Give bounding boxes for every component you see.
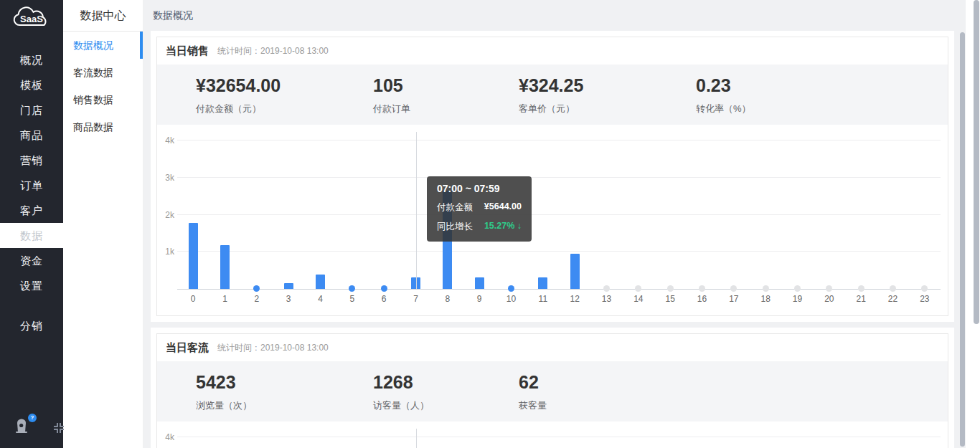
data-dot-hour-22[interactable] [890,285,896,292]
x-axis-label: 5 [341,294,363,304]
collapse-icon[interactable] [52,421,66,435]
x-axis-label: 16 [692,294,713,304]
x-axis-label: 9 [468,294,490,304]
sidebar-item-门店[interactable]: 门店 [0,97,63,123]
sidebar-item-商品[interactable]: 商品 [0,123,63,148]
gridline-4k: 4k [177,140,941,140]
bar-hour-4[interactable] [316,275,325,289]
x-axis-label: 20 [819,294,840,304]
x-axis-label: 13 [596,294,618,304]
secondary-item-客流数据[interactable]: 客流数据 [63,59,143,86]
chart-plot: 1k2k3k4k01234567891011121314151617181920… [177,140,941,290]
stat-value: 105 [373,75,519,96]
secondary-nav-title: 数据中心 [63,0,143,32]
chart-当日销售[interactable]: 1k2k3k4k01234567891011121314151617181920… [157,125,948,315]
data-dot-hour-18[interactable] [763,285,769,292]
sidebar-item-数据[interactable]: 数据 [0,223,63,248]
stat-label: 付款金额（元） [196,103,373,115]
x-axis-label: 12 [564,294,585,304]
card-title: 当日客流 [166,341,209,355]
data-dot-hour-10[interactable] [508,285,514,292]
sidebar-item-客户[interactable]: 客户 [0,198,63,223]
notification-bot-icon[interactable]: ? [13,418,32,437]
help-badge: ? [28,414,37,422]
stat-col-2: 105付款订单 [373,75,519,115]
tooltip-label: 同比增长 [437,221,473,233]
x-axis-label: 6 [373,294,395,304]
stat-col-1: 5423浏览量（次） [196,372,373,412]
sidebar-item-概况[interactable]: 概况 [0,47,63,72]
stat-value: ¥32654.00 [196,75,373,96]
stat-col-4 [696,372,948,412]
secondary-item-label: 客流数据 [73,67,113,78]
stat-label: 浏览量（次） [196,399,373,412]
data-dot-hour-5[interactable] [349,285,355,292]
secondary-item-销售数据[interactable]: 销售数据 [63,86,143,113]
gridline-4k: 4k [177,437,941,437]
sidebar-item-分销[interactable]: 分销 [0,313,63,338]
y-axis-label: 4k [159,432,174,442]
data-dot-hour-17[interactable] [730,285,737,292]
scrollbar-rail [966,0,980,448]
sidebar-item-资金[interactable]: 资金 [0,248,63,273]
stat-label: 客单价（元） [519,103,696,115]
y-axis-label: 1k [159,247,174,257]
bar-hour-11[interactable] [538,277,547,289]
data-dot-hour-14[interactable] [635,285,641,292]
data-dot-hour-2[interactable] [253,285,260,292]
data-dot-hour-13[interactable] [603,285,610,292]
sidebar-item-设置[interactable]: 设置 [0,273,63,298]
stats-row: 5423浏览量（次）1268访客量（人）62获客量 [157,361,948,421]
bar-hour-9[interactable] [475,277,484,289]
stat-time: 统计时间：2019-10-08 13:00 [217,45,329,57]
data-dot-hour-15[interactable] [667,285,674,292]
sidebar-item-模板[interactable]: 模板 [0,72,63,97]
bar-hour-0[interactable] [189,223,198,289]
stat-value: 1268 [373,372,519,393]
x-axis-label: 3 [278,294,299,304]
secondary-item-数据概况[interactable]: 数据概况 [63,32,143,59]
data-dot-hour-20[interactable] [826,285,832,292]
secondary-item-label: 数据概况 [73,39,113,51]
chart-当日客流[interactable]: 1k2k3k4k01234567891011121314151617181920… [157,421,948,448]
stat-col-3: ¥324.25客单价（元） [519,75,696,115]
x-axis-label: 19 [787,294,809,304]
breadcrumb: 数据概况 [153,9,193,22]
sidebar-item-订单[interactable]: 订单 [0,173,63,198]
sidebar-item-营销[interactable]: 营销 [0,148,63,173]
tooltip-label: 付款金额 [437,201,473,214]
data-dot-hour-6[interactable] [381,285,387,292]
bar-hour-3[interactable] [284,283,293,289]
x-axis-label: 10 [501,294,522,304]
y-axis-label: 4k [159,135,174,146]
data-dot-hour-19[interactable] [794,285,801,292]
tooltip-title: 07:00 ~ 07:59 [437,183,522,194]
x-axis-label: 1 [215,294,236,304]
x-axis-label: 23 [914,294,936,304]
secondary-item-商品数据[interactable]: 商品数据 [63,113,143,140]
bar-hour-12[interactable] [570,254,580,289]
secondary-item-label: 销售数据 [73,94,113,105]
data-dot-hour-21[interactable] [858,285,864,292]
stat-label: 转化率（%） [696,103,948,115]
stat-value: 62 [519,372,696,393]
tooltip-value: ¥5644.00 [484,201,522,214]
secondary-item-label: 商品数据 [73,121,113,133]
bar-hour-1[interactable] [220,245,230,289]
y-axis-label: 2k [159,210,174,220]
data-dot-hour-23[interactable] [921,285,928,292]
chart-plot: 1k2k3k4k01234567891011121314151617181920… [177,437,941,448]
outer-scrollbar-thumb[interactable] [974,0,979,324]
inner-scrollbar-thumb[interactable] [960,32,965,447]
saas-logo[interactable]: SaaS [0,0,63,39]
secondary-sidebar: 数据中心 数据概况客流数据销售数据商品数据 [63,0,143,448]
stat-value: 5423 [196,372,373,393]
stat-value: ¥324.25 [519,75,696,96]
data-dot-hour-16[interactable] [699,285,705,292]
stat-col-3: 62获客量 [519,372,696,412]
x-axis-label: 2 [246,294,268,304]
stat-col-1: ¥32654.00付款金额（元） [196,75,373,115]
gridline-3k: 3k [177,177,941,178]
x-axis-label: 4 [310,294,331,304]
primary-nav: 概况模板门店商品营销订单客户数据资金设置分销 [0,47,63,338]
